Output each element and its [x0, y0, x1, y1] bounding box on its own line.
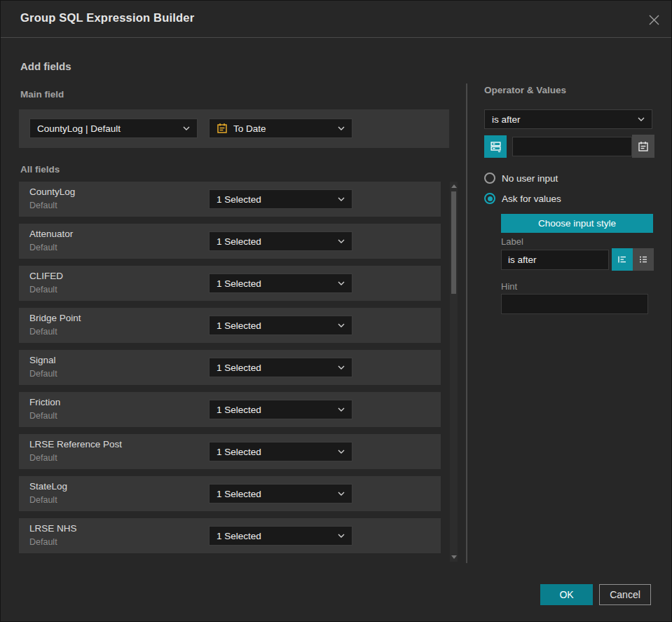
field-text: CountyLogDefault — [29, 187, 75, 210]
chevron-down-icon — [338, 449, 345, 454]
date-picker-button[interactable] — [632, 135, 654, 158]
header-divider — [1, 37, 672, 38]
field-values-select-value: 1 Selected — [217, 278, 332, 289]
operator-select[interactable]: is after — [484, 109, 652, 129]
input-style-list-button[interactable] — [633, 248, 654, 271]
label-field-label: Label — [501, 236, 523, 247]
field-list-item: CountyLogDefault1 Selected — [19, 182, 441, 217]
main-field-panel: CountyLog | Default To Date — [19, 109, 449, 148]
field-values-select[interactable]: 1 Selected — [209, 189, 352, 209]
list-scrollbar[interactable] — [450, 182, 458, 562]
main-field-select-value: CountyLog | Default — [37, 123, 177, 134]
label-input[interactable] — [501, 250, 609, 270]
chevron-down-icon — [338, 407, 345, 412]
field-source-label: Default — [29, 495, 67, 505]
field-name: CLIFED — [29, 271, 63, 281]
chevron-down-icon — [183, 126, 190, 130]
field-list-item: SignalDefault1 Selected — [19, 350, 441, 385]
field-list-item: LRSE NHSDefault1 Selected — [19, 518, 441, 553]
scrollbar-up-arrow-icon[interactable] — [451, 184, 457, 188]
add-fields-heading: Add fields — [20, 60, 71, 72]
hint-input[interactable] — [501, 294, 648, 314]
radio-no-user-input[interactable]: No user input — [484, 173, 558, 184]
chevron-down-icon — [338, 534, 345, 538]
group-sql-expression-builder-dialog: Group SQL Expression Builder Add fields … — [0, 0, 672, 622]
ok-button[interactable]: OK — [540, 584, 593, 605]
field-source-label: Default — [29, 327, 81, 337]
field-list-item: CLIFEDDefault1 Selected — [19, 266, 441, 301]
chevron-down-icon — [338, 323, 345, 327]
stacked-values-icon — [490, 140, 502, 152]
field-source-label: Default — [29, 369, 57, 379]
calendar-icon — [217, 123, 228, 134]
column-divider — [466, 83, 467, 563]
close-icon — [647, 13, 661, 27]
scrollbar-down-arrow-icon[interactable] — [451, 555, 457, 559]
field-values-select-value: 1 Selected — [217, 447, 332, 457]
field-name: CountyLog — [29, 187, 75, 197]
field-values-select-value: 1 Selected — [217, 363, 332, 373]
chevron-down-icon — [338, 492, 345, 496]
input-style-single-button[interactable] — [612, 248, 633, 271]
hint-field-label: Hint — [501, 281, 517, 292]
chevron-down-icon — [338, 126, 345, 130]
field-values-select-value: 1 Selected — [217, 531, 332, 541]
field-values-select-value: 1 Selected — [217, 194, 332, 205]
field-values-select[interactable]: 1 Selected — [209, 442, 352, 461]
field-values-select-value: 1 Selected — [217, 489, 332, 499]
main-field-select[interactable]: CountyLog | Default — [29, 119, 198, 138]
field-list-item: Bridge PointDefault1 Selected — [19, 308, 441, 343]
field-values-select[interactable]: 1 Selected — [209, 231, 352, 251]
field-values-select-value: 1 Selected — [217, 320, 332, 331]
main-field-label: Main field — [20, 89, 64, 100]
value-input[interactable] — [512, 137, 632, 156]
calendar-icon — [638, 141, 649, 152]
all-fields-list: CountyLogDefault1 SelectedAttenuatorDefa… — [19, 182, 441, 560]
field-text: CLIFEDDefault — [29, 271, 63, 295]
field-list-item: AttenuatorDefault1 Selected — [19, 224, 441, 259]
field-values-select[interactable]: 1 Selected — [209, 526, 352, 546]
field-source-label: Default — [29, 411, 60, 421]
field-source-label: Default — [29, 243, 73, 252]
label-input-row — [501, 248, 654, 271]
radio-ask-for-values-label: Ask for values — [502, 194, 561, 204]
field-source-label: Default — [29, 285, 63, 295]
field-name: Signal — [29, 355, 57, 365]
cancel-button[interactable]: Cancel — [599, 584, 651, 605]
field-source-label: Default — [29, 201, 75, 210]
list-icon — [638, 254, 649, 265]
field-source-label: Default — [29, 453, 122, 463]
field-values-select-value: 1 Selected — [217, 236, 332, 247]
value-input-row — [484, 135, 654, 158]
chevron-down-icon — [338, 365, 345, 370]
main-date-select-value: To Date — [233, 123, 332, 134]
field-values-select[interactable]: 1 Selected — [209, 273, 352, 293]
main-date-select[interactable]: To Date — [209, 119, 352, 138]
radio-no-user-input-label: No user input — [502, 173, 558, 184]
value-type-toggle-button[interactable] — [484, 135, 507, 158]
field-values-select-value: 1 Selected — [217, 405, 332, 415]
chevron-down-icon — [638, 117, 645, 121]
field-text: Bridge PointDefault — [29, 313, 81, 337]
scrollbar-thumb[interactable] — [451, 191, 456, 294]
radio-circle-selected-icon — [484, 193, 495, 204]
close-button[interactable] — [645, 11, 662, 28]
field-values-select[interactable]: 1 Selected — [209, 358, 352, 377]
chevron-down-icon — [338, 281, 345, 285]
field-values-select[interactable]: 1 Selected — [209, 316, 352, 335]
field-list-item: StateLogDefault1 Selected — [19, 476, 441, 511]
field-source-label: Default — [29, 537, 77, 547]
field-values-select[interactable]: 1 Selected — [209, 400, 352, 419]
field-text: SignalDefault — [29, 355, 57, 379]
radio-ask-for-values[interactable]: Ask for values — [484, 193, 561, 204]
field-values-select[interactable]: 1 Selected — [209, 484, 352, 503]
choose-input-style-button[interactable]: Choose input style — [501, 214, 653, 233]
field-text: AttenuatorDefault — [29, 229, 73, 252]
field-name: StateLog — [29, 481, 67, 492]
operator-select-value: is after — [492, 114, 632, 125]
operator-values-heading: Operator & Values — [484, 85, 566, 95]
field-name: Attenuator — [29, 229, 73, 239]
align-left-icon — [617, 254, 628, 265]
dialog-title: Group SQL Expression Builder — [20, 11, 194, 25]
field-list-item: LRSE Reference PostDefault1 Selected — [19, 434, 441, 469]
